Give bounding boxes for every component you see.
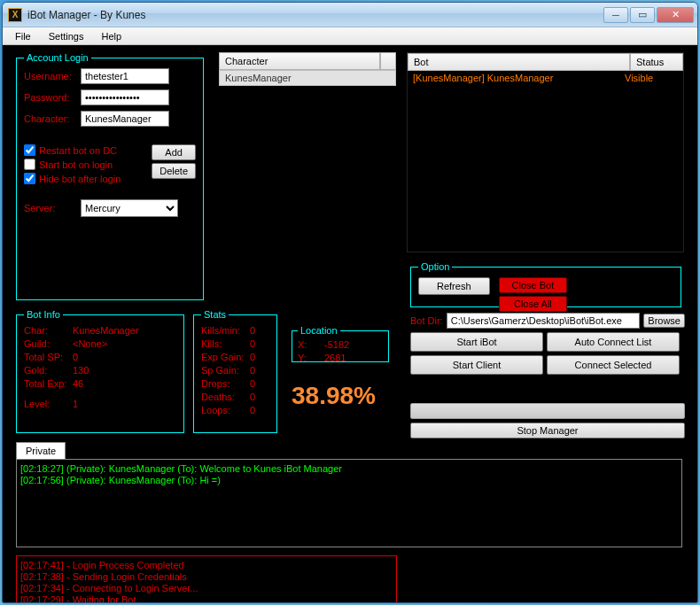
log-box[interactable]: [02:17:41] - Login Process Completed [02… — [16, 555, 397, 603]
character-input[interactable] — [81, 111, 169, 127]
gold-value: 130 — [73, 365, 89, 376]
character-table: Character KunesManager — [219, 52, 396, 86]
killsmin-value: 0 — [250, 325, 255, 336]
restart-on-dc-label: Restart bot on DC — [39, 145, 117, 156]
expgain-key: Exp Gain: — [201, 352, 250, 362]
character-column-header[interactable]: Character — [219, 52, 380, 70]
killsmin-key: Kills/min: — [201, 325, 250, 336]
character-label: Character: — [24, 113, 77, 124]
server-label: Server: — [24, 203, 77, 213]
close-bot-button[interactable]: Close Bot — [499, 277, 568, 293]
guild-value: <None> — [73, 338, 107, 349]
menu-settings[interactable]: Settings — [40, 29, 93, 43]
drops-value: 0 — [250, 378, 255, 389]
bot-table: Bot Status [KunesManager] KunesManager V… — [407, 52, 684, 252]
expgain-value: 0 — [250, 352, 255, 362]
account-login-legend: Account Login — [24, 52, 91, 63]
chat-body[interactable]: [02:18:27] (Private): KunesManager (To):… — [16, 459, 682, 547]
refresh-button[interactable]: Refresh — [418, 277, 490, 295]
level-key: Level: — [24, 399, 73, 409]
bot-dir-row: Bot Dir: Browse — [410, 313, 685, 329]
char-key: Char: — [24, 325, 73, 336]
close-button[interactable]: ✕ — [657, 7, 694, 23]
option-legend: Option — [418, 261, 452, 272]
window-title: iBot Manager - By Kunes — [27, 9, 603, 21]
password-label: Password: — [24, 92, 77, 103]
auto-connect-list-button[interactable]: Auto Connect List — [547, 332, 680, 352]
disabled-button — [410, 403, 685, 419]
char-value: KunesManager — [73, 325, 139, 336]
start-ibot-button[interactable]: Start iBot — [410, 332, 543, 352]
server-select[interactable]: Mercury — [81, 199, 178, 217]
delete-button[interactable]: Delete — [152, 163, 196, 179]
totalexp-value: 46 — [73, 378, 83, 389]
stats-legend: Stats — [201, 309, 229, 320]
hide-after-login-label: Hide bot after login — [39, 174, 121, 184]
deaths-key: Deaths: — [201, 392, 250, 402]
log-line: [02:17:41] - Login Process Completed — [20, 560, 393, 571]
restart-on-dc-checkbox[interactable] — [24, 144, 35, 156]
hide-after-login-checkbox[interactable] — [24, 173, 35, 184]
y-value: 2681 — [324, 353, 346, 363]
titlebar[interactable]: X iBot Manager - By Kunes ─ ▭ ✕ — [3, 3, 697, 27]
level-value: 1 — [73, 399, 78, 409]
tab-private[interactable]: Private — [16, 442, 66, 459]
bot-column-header[interactable]: Bot — [408, 53, 630, 71]
bot-info-group: Bot Info Char:KunesManager Guild:<None> … — [16, 309, 184, 433]
close-all-button[interactable]: Close All — [499, 296, 568, 312]
stats-group: Stats Kills/min:0 Kills:0 Exp Gain:0 Sp … — [193, 309, 277, 433]
log-line: [02:17:34] - Connecting to Login Server.… — [20, 583, 393, 594]
x-key: X: — [298, 339, 324, 350]
bot-dir-input[interactable] — [447, 313, 641, 329]
username-input[interactable] — [81, 68, 169, 84]
account-login-group: Account Login Username: Password: Charac… — [16, 52, 204, 300]
guild-key: Guild: — [24, 338, 73, 349]
app-window: X iBot Manager - By Kunes ─ ▭ ✕ File Set… — [2, 2, 698, 603]
totalsp-value: 0 — [73, 352, 78, 362]
character-column-spacer — [380, 52, 396, 70]
menu-file[interactable]: File — [6, 29, 40, 43]
stop-manager-button[interactable]: Stop Manager — [410, 423, 685, 438]
log-line: [02:17:29] - Waiting for Bot... — [20, 594, 393, 603]
loops-key: Loops: — [201, 405, 250, 415]
kills-value: 0 — [250, 338, 255, 349]
browse-button[interactable]: Browse — [643, 314, 685, 328]
chat-tabs: Private [02:18:27] (Private): KunesManag… — [16, 442, 682, 547]
bot-dir-label: Bot Dir: — [410, 315, 443, 326]
app-icon: X — [8, 8, 22, 22]
kills-key: Kills: — [201, 338, 250, 349]
menu-help[interactable]: Help — [92, 29, 130, 43]
location-legend: Location — [298, 325, 340, 336]
status-column-header[interactable]: Status — [630, 53, 683, 71]
totalsp-key: Total SP: — [24, 352, 73, 362]
bot-row-status: Visible — [625, 73, 678, 83]
maximize-button[interactable]: ▭ — [630, 7, 655, 23]
option-group: Option Refresh Close Bot Close All — [410, 261, 681, 307]
bot-row[interactable]: [KunesManager] KunesManager Visible — [408, 71, 683, 85]
add-button[interactable]: Add — [152, 144, 196, 160]
spgain-key: Sp Gain: — [201, 365, 250, 376]
start-client-button[interactable]: Start Client — [410, 355, 543, 375]
location-group: Location X:-5182 Y:2681 — [292, 325, 389, 362]
exp-percent: 38.98% — [292, 382, 407, 410]
loops-value: 0 — [250, 405, 255, 415]
x-value: -5182 — [324, 339, 349, 350]
chat-line: [02:17:56] (Private): KunesManager (To):… — [20, 475, 678, 486]
window-buttons: ─ ▭ ✕ — [603, 7, 694, 23]
totalexp-key: Total Exp: — [24, 378, 73, 389]
minimize-button[interactable]: ─ — [603, 7, 628, 23]
spgain-value: 0 — [250, 365, 255, 376]
drops-key: Drops: — [201, 378, 250, 389]
y-key: Y: — [298, 353, 324, 363]
start-on-login-checkbox[interactable] — [24, 159, 35, 170]
deaths-value: 0 — [250, 392, 255, 402]
character-row[interactable]: KunesManager — [219, 70, 396, 86]
start-on-login-label: Start bot on login — [39, 159, 113, 170]
username-label: Username: — [24, 71, 77, 81]
action-button-grid: Start iBot Auto Connect List Start Clien… — [410, 332, 685, 375]
connect-selected-button[interactable]: Connect Selected — [547, 355, 680, 375]
menubar: File Settings Help — [3, 27, 697, 45]
bot-row-name: [KunesManager] KunesManager — [413, 73, 625, 83]
chat-line: [02:18:27] (Private): KunesManager (To):… — [20, 463, 678, 475]
password-input[interactable] — [81, 89, 169, 105]
